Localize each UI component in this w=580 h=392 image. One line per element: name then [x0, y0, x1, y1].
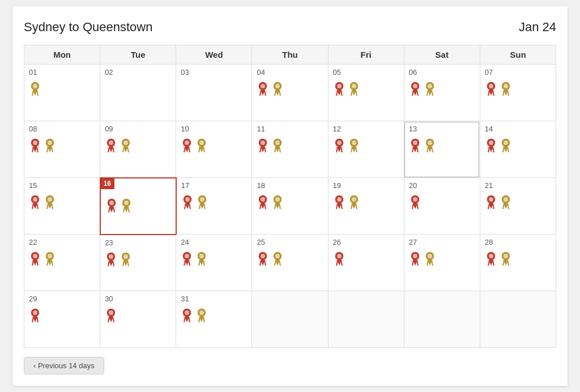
svg-point-76 [261, 140, 265, 145]
svg-point-176 [504, 197, 508, 202]
day-number: 04 [257, 68, 323, 76]
day-number: 22 [29, 238, 95, 246]
svg-line-178 [503, 203, 504, 209]
svg-line-214 [265, 260, 266, 266]
svg-point-196 [123, 254, 128, 259]
calendar-cell[interactable]: 07 [480, 65, 556, 121]
calendar-cell[interactable]: 12 [328, 121, 404, 178]
svg-point-221 [337, 254, 342, 258]
icons-row [257, 138, 323, 152]
svg-line-83 [275, 147, 276, 152]
icons-row [485, 194, 551, 209]
svg-point-201 [185, 254, 189, 258]
calendar-cell[interactable]: 11 [252, 121, 328, 178]
calendar-cell[interactable]: 05 [328, 65, 404, 121]
header-date: Jan 24 [519, 20, 556, 35]
calendar-cell[interactable]: 31 [176, 291, 252, 348]
calendar-cell[interactable]: 25 [252, 235, 328, 291]
gold-ribbon-icon [195, 138, 208, 152]
svg-line-94 [356, 147, 357, 152]
calendar-cell [252, 291, 328, 348]
red-ribbon-icon [409, 251, 421, 266]
svg-line-143 [199, 203, 201, 209]
calendar-cell[interactable]: 29 [24, 291, 100, 348]
svg-line-103 [427, 147, 428, 152]
svg-point-36 [489, 84, 493, 88]
svg-point-241 [504, 254, 508, 258]
calendar-cell[interactable]: 18 [252, 178, 328, 235]
gold-ribbon-icon [500, 251, 512, 266]
svg-line-229 [417, 260, 418, 266]
calendar-cell[interactable]: 02 [100, 65, 176, 121]
svg-line-29 [417, 90, 418, 96]
calendar-cell[interactable]: 01 [24, 65, 100, 121]
svg-line-199 [127, 261, 129, 266]
calendar-cell[interactable]: 15 [24, 178, 100, 235]
gold-ribbon-icon [424, 138, 436, 152]
red-ribbon-icon [333, 138, 346, 152]
svg-line-3 [32, 90, 33, 96]
day-number: 02 [105, 68, 171, 76]
svg-line-44 [508, 90, 509, 96]
header: Sydney to Queenstown Jan 24 [24, 20, 556, 35]
red-ribbon-icon [181, 308, 193, 322]
svg-point-236 [489, 254, 493, 258]
calendar-cell[interactable]: 27 [404, 235, 480, 291]
svg-point-231 [428, 254, 432, 258]
day-number: 03 [181, 68, 247, 76]
calendar-cell[interactable]: 10 [176, 121, 252, 178]
svg-line-48 [32, 147, 33, 152]
red-ribbon-icon [29, 138, 41, 152]
svg-line-88 [336, 147, 338, 152]
icons-row [29, 81, 95, 96]
calendar-cell[interactable]: 23 [100, 235, 176, 291]
calendar-cell[interactable]: 22 [24, 235, 100, 291]
svg-point-246 [33, 310, 37, 315]
day-number: 07 [485, 68, 551, 76]
gold-ribbon-icon [424, 81, 436, 96]
prev-14-days-button[interactable]: ‹ Previous 14 days [24, 357, 104, 374]
calendar-cell[interactable]: 14 [480, 121, 556, 178]
day-number: 25 [257, 238, 323, 246]
svg-line-153 [275, 203, 276, 209]
day-number: 13 [409, 125, 475, 133]
calendar-cell[interactable]: 08 [24, 121, 100, 178]
calendar-cell[interactable]: 03 [176, 65, 252, 121]
day-header-thu: Thu [252, 45, 328, 65]
gold-ribbon-icon [348, 81, 360, 96]
calendar-cell[interactable]: 04 [252, 65, 328, 121]
icons-row [409, 194, 475, 209]
calendar-cell[interactable]: 24 [176, 235, 252, 291]
calendar-table: MonTueWedThuFriSatSun 01 020304 05 06 [24, 45, 556, 348]
svg-line-104 [432, 147, 433, 152]
day-number: 20 [409, 181, 475, 190]
svg-point-11 [275, 84, 280, 88]
svg-line-243 [503, 260, 504, 266]
page-title: Sydney to Queenstown [24, 20, 152, 35]
calendar-cell[interactable]: 17 [176, 178, 252, 235]
gold-ribbon-icon [271, 251, 284, 266]
svg-point-71 [199, 140, 204, 145]
red-ribbon-icon [257, 81, 269, 96]
svg-line-208 [199, 260, 200, 266]
red-ribbon-icon [29, 194, 41, 209]
day-number: 18 [257, 181, 323, 190]
calendar-cell[interactable]: 30 [100, 291, 176, 348]
day-number: 19 [333, 181, 399, 190]
calendar-cell[interactable]: 06 [404, 65, 480, 121]
svg-line-263 [199, 317, 200, 322]
calendar-cell[interactable]: 26 [328, 235, 404, 291]
icons-row [29, 251, 95, 266]
selected-badge: 16 [100, 178, 114, 189]
svg-line-39 [493, 90, 494, 96]
svg-line-218 [275, 260, 276, 266]
calendar-cell[interactable]: 09 [100, 121, 176, 178]
calendar-cell[interactable]: 13 [404, 121, 480, 178]
day-number: 29 [29, 295, 95, 303]
calendar-cell[interactable]: 20 [404, 178, 480, 235]
calendar-cell[interactable]: 28 [480, 235, 556, 291]
calendar-cell[interactable]: 19 [328, 178, 404, 235]
calendar-cell[interactable]: 21 [480, 178, 556, 235]
calendar-cell[interactable]: 16 [100, 178, 176, 235]
svg-line-34 [432, 90, 433, 96]
